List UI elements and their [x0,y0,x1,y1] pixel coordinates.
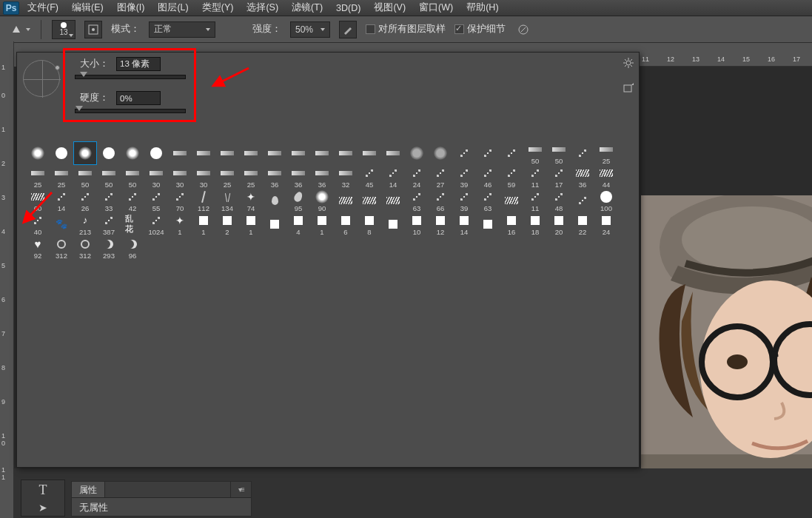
strength-field[interactable]: 50% [290,21,330,38]
brush-preset[interactable] [50,141,73,165]
brush-preset[interactable]: 27 [429,165,452,189]
brush-preset[interactable]: 10 [405,212,429,236]
path-selection-tool[interactable]: ➤ [38,502,47,514]
brush-preset[interactable]: 17 [547,165,571,189]
brush-preset[interactable]: 134 [215,189,239,212]
brush-preset[interactable]: 50 [121,165,144,189]
brush-preset[interactable]: 乱花 [121,212,144,236]
menu-edit[interactable]: 编辑(E) [67,0,109,16]
brush-angle-control[interactable] [23,60,60,97]
tool-preset-picker[interactable] [7,21,30,38]
brush-preset[interactable] [381,141,405,165]
brush-preset[interactable]: 20 [547,212,571,236]
brush-preset[interactable] [121,141,144,165]
brush-preset[interactable]: 312 [50,236,73,260]
brush-preset[interactable]: ♥92 [26,236,50,260]
brush-preset[interactable]: 14 [381,165,405,189]
menu-layer[interactable]: 图层(L) [152,0,193,16]
brush-preset[interactable]: 39 [452,165,476,189]
brush-preset[interactable]: 90 [310,189,334,212]
brush-preset[interactable] [334,141,358,165]
brush-preset[interactable] [571,189,594,212]
brush-preset[interactable]: 100 [594,189,618,212]
brush-preset[interactable]: 46 [476,165,500,189]
brush-preset[interactable]: 63 [405,189,429,212]
brush-preset[interactable]: 2 [215,212,239,236]
brush-preset[interactable] [381,189,405,212]
brush-preset[interactable]: 24 [405,165,429,189]
brush-preset[interactable]: 11 [523,189,547,212]
brush-preset[interactable]: 32 [334,165,358,189]
panel-flyout-menu[interactable]: ▾≡ [230,482,251,497]
mode-select[interactable]: 正常 [149,21,215,38]
angle-knob[interactable] [55,65,60,70]
brush-preset[interactable]: 4 [286,212,310,236]
brush-preset[interactable]: ✦74 [239,189,263,212]
brush-preset[interactable]: 312 [73,236,97,260]
brush-preset[interactable]: 25 [26,165,50,189]
brush-preset[interactable]: ♪213 [73,212,97,236]
brush-preset[interactable] [144,141,168,165]
brush-preset[interactable]: 1 [310,212,334,236]
brush-preset[interactable] [334,189,358,212]
menu-window[interactable]: 窗口(W) [414,0,458,16]
menu-filter[interactable]: 滤镜(T) [286,0,328,16]
brush-preset[interactable]: 66 [429,189,452,212]
brush-preset[interactable]: 24 [594,212,618,236]
brush-preset[interactable]: 42 [121,189,144,212]
menu-file[interactable]: 文件(F) [22,0,64,16]
brush-preset[interactable]: 16 [500,212,523,236]
brush-preset[interactable] [500,189,523,212]
properties-tab[interactable]: 属性 [72,482,105,497]
brush-preset[interactable] [263,189,286,212]
brush-preset[interactable] [476,141,500,165]
brush-preset[interactable]: 95 [286,189,310,212]
type-tool[interactable]: T [39,482,47,498]
brush-preset[interactable] [381,212,405,236]
brush-preset[interactable]: 12 [429,212,452,236]
brush-preset[interactable]: 45 [358,165,381,189]
brush-preset[interactable] [73,141,97,165]
brush-preset[interactable] [500,141,523,165]
brush-preset[interactable]: 1 [239,212,263,236]
brush-preset[interactable]: 25 [50,165,73,189]
brush-preset[interactable]: 30 [144,165,168,189]
brush-preset[interactable]: 50 [547,141,571,165]
brush-preset[interactable] [429,141,452,165]
brush-preset[interactable] [263,212,286,236]
brush-preset[interactable]: 30 [192,165,215,189]
menu-view[interactable]: 视图(V) [369,0,411,16]
sample-all-layers-checkbox[interactable]: 对所有图层取样 [366,23,446,36]
brush-preset[interactable] [239,141,263,165]
menu-help[interactable]: 帮助(H) [461,0,503,16]
brush-preset[interactable] [476,212,500,236]
menu-type[interactable]: 类型(Y) [197,0,239,16]
brush-preset[interactable] [97,141,121,165]
brush-preset[interactable]: 59 [500,165,523,189]
brush-preset[interactable] [168,141,192,165]
menu-select[interactable]: 选择(S) [241,0,283,16]
brush-preset[interactable]: 36 [286,165,310,189]
brush-preset[interactable]: 6 [334,212,358,236]
brush-preset[interactable]: 39 [452,189,476,212]
new-preset-button[interactable] [623,82,634,94]
brush-preset[interactable]: 1024 [144,212,168,236]
brush-preset[interactable] [358,189,381,212]
brush-preset[interactable]: 25 [239,165,263,189]
brush-settings-gear[interactable] [623,57,634,69]
brush-preset[interactable] [26,141,50,165]
pressure-toggle[interactable] [514,21,532,38]
brush-preset[interactable]: 26 [73,189,97,212]
brush-preset[interactable]: 36 [310,165,334,189]
brush-preset[interactable]: 44 [594,165,618,189]
brush-preset[interactable] [263,141,286,165]
protect-detail-checkbox[interactable]: 保护细节 [454,23,506,36]
brush-preset[interactable]: 36 [571,165,594,189]
brush-preset[interactable]: 70 [168,189,192,212]
brush-preset[interactable]: 293 [97,236,121,260]
brush-preset[interactable] [310,141,334,165]
brush-preset[interactable]: 14 [452,212,476,236]
brush-preset-picker[interactable]: 13 [52,20,76,39]
brush-preset[interactable]: 18 [523,212,547,236]
brush-preset[interactable]: 25 [215,165,239,189]
